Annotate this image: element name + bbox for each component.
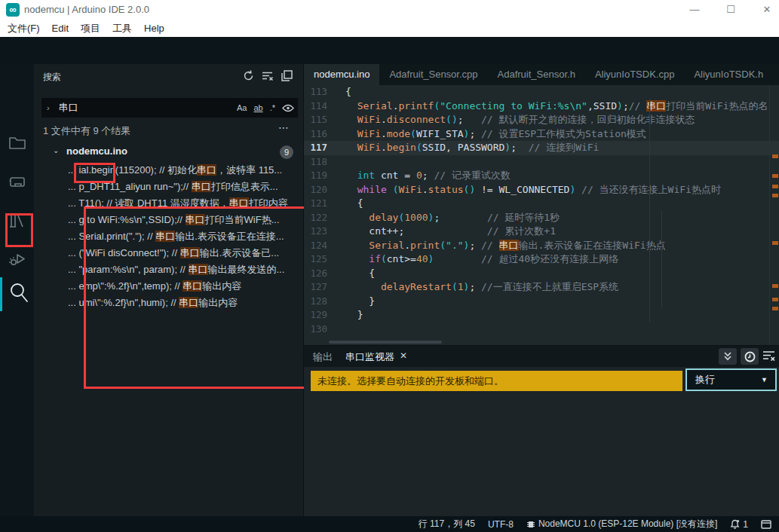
- menu-item-4[interactable]: Help: [144, 23, 164, 34]
- code-token: [345, 240, 369, 251]
- code-token: .: [404, 240, 410, 251]
- clock-icon: [744, 351, 756, 362]
- code-token: ;: [469, 281, 481, 292]
- tab-Adafruit_Sensor.h[interactable]: Adafruit_Sensor.h: [488, 64, 585, 85]
- line-number: 115: [304, 113, 335, 127]
- menu-item-0[interactable]: 文件(F): [8, 22, 40, 35]
- code-token: .: [381, 128, 387, 139]
- line-number: 122: [304, 211, 335, 225]
- menubar: 文件(F)Edit项目工具Help: [0, 20, 779, 37]
- result-post: ，波特率 115...: [216, 164, 282, 176]
- regex-toggle[interactable]: .*: [270, 103, 275, 112]
- timestamp-toggle-button[interactable]: [741, 348, 759, 365]
- code-token: {: [345, 86, 351, 97]
- activity-bar: [0, 64, 34, 516]
- encoding[interactable]: UTF-8: [488, 519, 514, 530]
- toggle-panel-button[interactable]: [761, 520, 771, 529]
- indent-guide: [661, 210, 662, 308]
- expand-replace-chevron-icon[interactable]: ›: [47, 103, 50, 112]
- tab-Adafruit_Sensor.cpp[interactable]: Adafruit_Sensor.cpp: [379, 64, 487, 85]
- code-lines: 113{114 Serial.printf("Connecting to WiF…: [304, 85, 779, 336]
- bell-icon: [730, 519, 740, 529]
- code-token: ;: [422, 170, 434, 181]
- editor-tabbar: nodemcu.inoAdafruit_Sensor.cppAdafruit_S…: [304, 64, 779, 85]
- code-token: [345, 253, 369, 264]
- result-file-name: nodemcu.ino: [66, 145, 127, 157]
- line-number: 129: [304, 308, 335, 323]
- code-token: 打印当前WiFi热点的名: [666, 100, 768, 112]
- line-number: 119: [304, 169, 335, 183]
- code-line-130: 130: [304, 323, 779, 337]
- serial-not-connected-banner: 未连接。选择要自动连接的开发板和端口。: [311, 371, 682, 391]
- line-content: {: [335, 267, 375, 281]
- line-number: 116: [304, 127, 335, 142]
- statusbar: 行 117，列 45 UTF-8 NodeMCU 1.0 (ESP-12E Mo…: [0, 516, 779, 532]
- search-match-ruler-mark: [772, 284, 778, 288]
- clear-output-button[interactable]: [762, 350, 775, 362]
- notifications[interactable]: 1: [730, 519, 748, 530]
- results-summary: 1 文件中有 9 个结果: [43, 124, 130, 138]
- tab-serial-monitor[interactable]: 串口监视器: [345, 350, 394, 364]
- code-token: 0: [416, 170, 422, 181]
- code-token: // 默认断开之前的连接，回归初始化非连接状态: [481, 114, 695, 125]
- code-line-128: 128 }: [304, 295, 779, 309]
- refresh-icon[interactable]: [243, 70, 254, 81]
- tab-nodemcu.ino[interactable]: nodemcu.ino: [304, 64, 379, 85]
- code-line-117: 117 WiFi.begin(SSID, PASSWORD); // 连接到Wi…: [304, 141, 779, 155]
- line-ending-dropdown[interactable]: 换行 ▼: [685, 368, 777, 391]
- titlebar: ∞ nodemcu | Arduino IDE 2.0.0 — ☐ ✕: [0, 0, 779, 20]
- line-content: {: [335, 197, 363, 211]
- boards-manager-icon[interactable]: [8, 172, 27, 191]
- cursor-position[interactable]: 行 117，列 45: [419, 518, 475, 530]
- open-in-editor-icon[interactable]: [281, 70, 293, 81]
- line-content: while (WiFi.status() != WL_CONNECTED) //…: [335, 183, 721, 197]
- search-match-ruler-mark: [772, 154, 778, 158]
- tab-AliyunIoTSDK.cpp[interactable]: AliyunIoTSDK.cpp: [585, 64, 685, 85]
- code-token: ;: [511, 142, 528, 153]
- line-number: 121: [304, 197, 335, 211]
- code-editor[interactable]: 113{114 Serial.printf("Connecting to WiF…: [304, 85, 779, 345]
- chevron-down-icon[interactable]: ⌄: [53, 146, 59, 154]
- horizontal-scrollbar[interactable]: [329, 341, 442, 344]
- match-case-toggle[interactable]: Aa: [237, 103, 247, 112]
- code-token: // 当还没有连接上WiFi热点时: [581, 184, 721, 195]
- line-content: delayRestart(1); //一直连接不上就重启ESP系统: [335, 280, 618, 295]
- line-content: [335, 155, 345, 170]
- menu-item-2[interactable]: 项目: [81, 22, 100, 35]
- code-token: ;: [434, 212, 486, 223]
- code-token: //: [481, 240, 498, 251]
- result-file-row[interactable]: ⌄ nodemcu.ino 9: [34, 144, 304, 161]
- close-tab-icon[interactable]: ✕: [400, 350, 407, 361]
- tab-AliyunIoTSDK.h[interactable]: AliyunIoTSDK.h: [684, 64, 773, 85]
- whole-word-toggle[interactable]: ab: [253, 103, 262, 112]
- notification-count: 1: [743, 519, 748, 530]
- line-number: 125: [304, 252, 335, 267]
- code-line-116: 116 WiFi.mode(WIFI_STA); // 设置ESP工作模式为St…: [304, 127, 779, 142]
- menu-item-3[interactable]: 工具: [112, 22, 132, 35]
- result-post: 打印信息表示...: [211, 181, 278, 192]
- debug-panel-icon[interactable]: [8, 250, 27, 270]
- line-number: 127: [304, 280, 335, 295]
- line-number: 118: [304, 155, 335, 170]
- more-actions-icon[interactable]: ⋯: [278, 121, 290, 133]
- tab-output[interactable]: 输出: [313, 350, 333, 364]
- maximize-button[interactable]: ☐: [721, 2, 741, 18]
- close-button[interactable]: ✕: [757, 2, 777, 18]
- code-token: ".": [446, 240, 463, 251]
- sketchbook-folder-icon[interactable]: [8, 133, 27, 152]
- search-input[interactable]: › 串口 Aa ab .*: [41, 98, 298, 118]
- search-icon[interactable]: [8, 281, 27, 301]
- code-token: while: [357, 184, 387, 195]
- line-content: int cnt = 0; // 记录重试次数: [335, 169, 511, 183]
- menu-item-1[interactable]: Edit: [52, 23, 69, 34]
- code-token: begin: [387, 142, 416, 153]
- clear-search-results-icon[interactable]: [262, 70, 274, 81]
- eye-icon[interactable]: [282, 104, 294, 112]
- code-token: if: [369, 253, 381, 264]
- scroll-to-bottom-button[interactable]: [719, 348, 737, 365]
- board-status[interactable]: NodeMCU 1.0 (ESP-12E Module) [没有连接]: [526, 518, 717, 530]
- line-content: WiFi.mode(WIFI_STA); // 设置ESP工作模式为Statio…: [335, 127, 646, 142]
- code-token: 1: [458, 281, 464, 292]
- search-header-actions: [243, 70, 293, 81]
- minimize-button[interactable]: —: [685, 2, 704, 18]
